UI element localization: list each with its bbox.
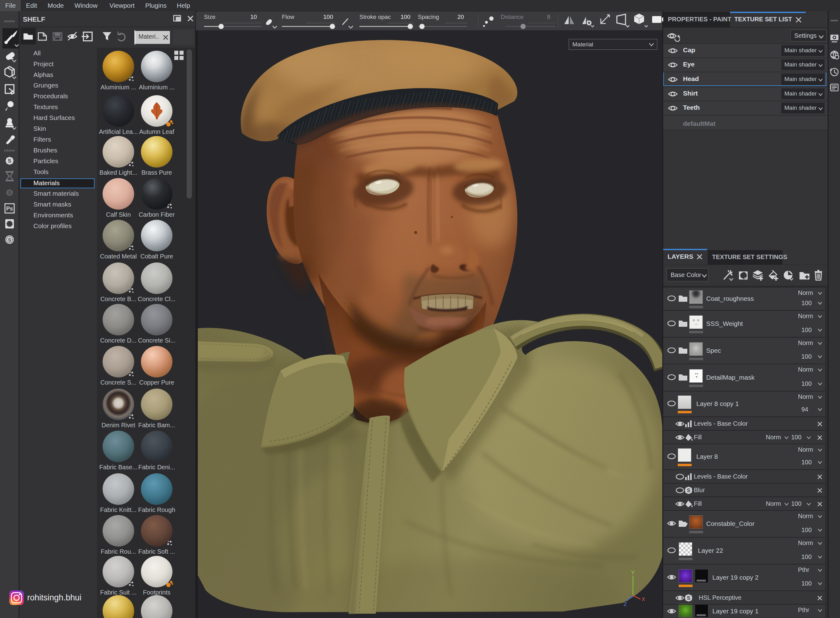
svg-text:S: S <box>8 237 11 242</box>
svg-text:Y: Y <box>631 570 634 576</box>
svg-text:S: S <box>8 190 11 195</box>
svg-text:S: S <box>687 488 690 493</box>
svg-text:Z: Z <box>624 601 627 607</box>
svg-text:X: X <box>641 596 645 602</box>
svg-text:S: S <box>687 596 690 601</box>
svg-text:S: S <box>8 158 11 164</box>
svg-text:Ps: Ps <box>6 206 13 212</box>
